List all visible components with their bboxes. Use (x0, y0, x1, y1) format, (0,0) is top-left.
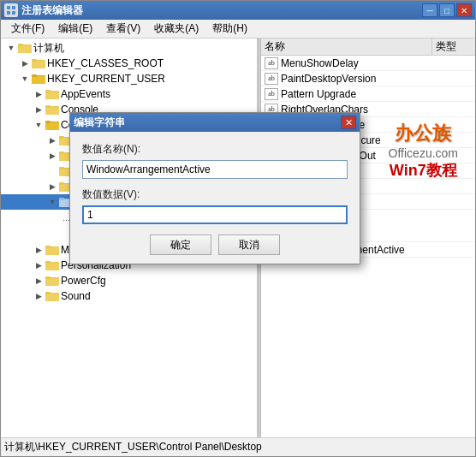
modal-title-text: 编辑字符串 (74, 116, 341, 130)
modal-body: 数值名称(N): 数值数据(V): 确定 取消 (70, 132, 360, 264)
dialog-buttons: 确定 取消 (82, 234, 348, 255)
modal-overlay: 编辑字符串 ✕ 数值名称(N): 数值数据(V): 确定 取消 (1, 1, 475, 456)
dialog-cancel-button[interactable]: 取消 (218, 234, 280, 255)
dialog-name-label: 数值名称(N): (82, 142, 348, 157)
dialog-close-button[interactable]: ✕ (341, 116, 356, 129)
main-window: 注册表编辑器 ─ □ ✕ 文件(F) 编辑(E) 查看(V) 收藏夹(A) 帮助… (0, 0, 476, 457)
dialog-name-input[interactable] (82, 160, 348, 179)
modal-title-bar: 编辑字符串 ✕ (70, 113, 360, 132)
dialog-ok-button[interactable]: 确定 (150, 234, 211, 255)
dialog-data-input[interactable] (82, 205, 348, 224)
dialog-data-label: 数值数据(V): (82, 187, 348, 202)
modal-dialog: 编辑字符串 ✕ 数值名称(N): 数值数据(V): 确定 取消 (69, 112, 360, 264)
